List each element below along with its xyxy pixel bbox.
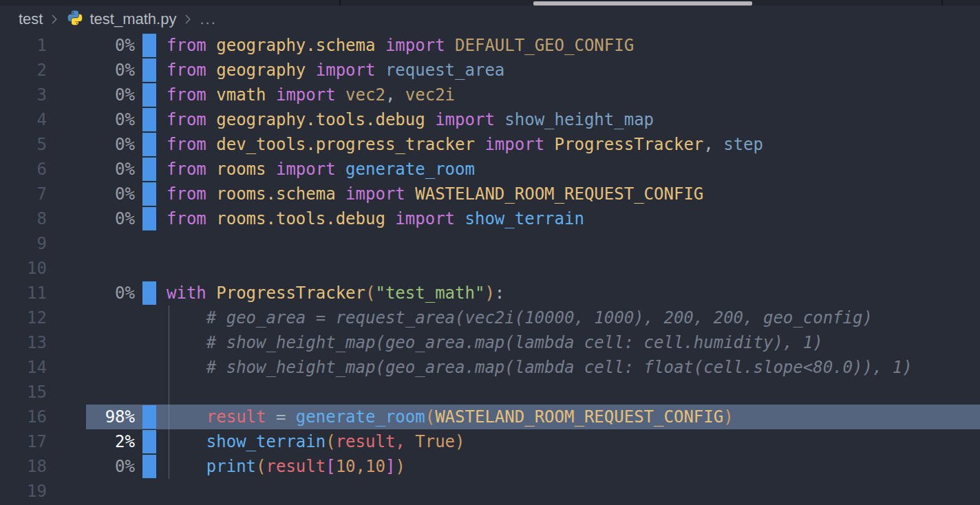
gutter-bar-cell [135,206,156,231]
code-line-7[interactable]: 70%from rooms.schema import WASTELAND_RO… [0,182,980,206]
gutter-bar-cell [135,479,156,504]
line-number[interactable]: 17 [0,429,47,454]
code-line-18[interactable]: 180% print(result[10,10]) [0,454,980,479]
gutter-bar-cell [135,281,156,305]
code-line-2[interactable]: 20%from geography import request_area [0,58,980,83]
code-text: # show_height_map(geo_area.map(lambda ce… [167,330,823,355]
line-number[interactable]: 3 [0,83,47,107]
tab-separator [339,0,341,6]
line-number[interactable]: 14 [0,355,47,380]
gutter-bar-cell [135,454,156,479]
code-text: print(result[10,10]) [167,454,405,479]
profile-percent: 2% [47,429,135,454]
code-text: with ProgressTracker("test_math"): [167,281,504,305]
code-line-16[interactable]: 1698% result = generate_room(WASTELAND_R… [0,405,980,429]
line-number[interactable]: 10 [0,256,47,281]
line-number[interactable]: 2 [0,58,47,83]
gutter-bar-cell [135,380,156,405]
code-line-14[interactable]: 14 # show_height_map(geo_area.map(lambda… [0,355,980,380]
line-number[interactable]: 12 [0,305,47,330]
breadcrumb: test test_math.py ... [0,6,980,33]
coverage-bar-icon [142,207,156,230]
coverage-bar-icon [142,133,156,156]
profile-percent: 0% [47,157,135,182]
line-number[interactable]: 18 [0,454,47,479]
gutter-bar-cell [135,355,156,380]
gutter-bar-cell [135,58,156,83]
breadcrumb-symbol[interactable]: ... [200,10,216,28]
code-line-11[interactable]: 110%with ProgressTracker("test_math"): [0,281,980,305]
code-text: from vmath import vec2, vec2i [167,83,455,107]
code-line-1[interactable]: 10%from geography.schema import DEFAULT_… [0,33,980,58]
gutter-bar-cell [135,405,156,429]
line-number[interactable]: 19 [0,479,47,504]
code-line-4[interactable]: 40%from geography.tools.debug import sho… [0,107,980,132]
profile-percent: 0% [47,454,135,479]
coverage-bar-icon [142,34,156,57]
gutter-bar-cell [135,33,156,58]
code-text: from rooms.tools.debug import show_terra… [167,206,584,231]
gutter-bar-cell [135,83,156,107]
code-line-3[interactable]: 30%from vmath import vec2, vec2i [0,83,980,107]
code-line-15[interactable]: 15 [0,380,980,405]
code-text: from geography import request_area [167,58,504,83]
code-line-5[interactable]: 50%from dev_tools.progress_tracker impor… [0,132,980,157]
coverage-bar-icon [142,430,156,453]
breadcrumb-folder-label: test [19,10,43,28]
code-line-12[interactable]: 12 # geo_area = request_area(vec2i(10000… [0,305,980,330]
code-line-19[interactable]: 19 [0,479,980,504]
code-text: from rooms.schema import WASTELAND_ROOM_… [167,182,703,206]
code-text: from rooms import generate_room [167,157,475,182]
profile-percent: 98% [47,405,135,429]
code-text: # show_height_map(geo_area.map(lambda ce… [167,355,913,380]
coverage-bar-icon [142,58,156,82]
gutter-bar-cell [135,305,156,330]
profile-percent: 0% [47,33,135,58]
code-line-6[interactable]: 60%from rooms import generate_room [0,157,980,182]
coverage-bar-icon [142,83,156,107]
breadcrumb-file[interactable]: test_math.py [66,10,176,28]
line-number[interactable]: 4 [0,107,47,132]
window-top-strip [0,0,980,6]
profile-percent: 0% [47,107,135,132]
line-number[interactable]: 5 [0,132,47,157]
gutter-bar-cell [135,107,156,132]
profile-percent: 0% [47,281,135,305]
python-icon [66,10,84,28]
profile-percent: 0% [47,83,135,107]
line-number[interactable]: 16 [0,405,47,429]
line-number[interactable]: 6 [0,157,47,182]
coverage-bar-icon [142,455,156,478]
code-line-10[interactable]: 10 [0,256,980,281]
line-number[interactable]: 7 [0,182,47,206]
breadcrumb-folder[interactable]: test [19,10,43,28]
line-number[interactable]: 1 [0,33,47,58]
line-number[interactable]: 15 [0,380,47,405]
coverage-bar-icon [142,281,156,305]
gutter-bar-cell [135,157,156,182]
code-text: show_terrain(result, True) [167,429,465,454]
gutter-bar-cell [135,330,156,355]
coverage-bar-icon [142,405,156,429]
gutter-bar-cell [135,429,156,454]
line-number[interactable]: 8 [0,206,47,231]
profile-percent: 0% [47,58,135,83]
profile-percent: 0% [47,132,135,157]
line-number[interactable]: 13 [0,330,47,355]
code-text: from dev_tools.progress_tracker import P… [167,132,763,157]
chevron-right-icon [182,13,193,25]
line-number[interactable]: 9 [0,231,47,256]
line-number[interactable]: 11 [0,281,47,305]
coverage-bar-icon [142,182,156,206]
code-line-8[interactable]: 80%from rooms.tools.debug import show_te… [0,206,980,231]
gutter-bar-cell [135,231,156,256]
code-text: from geography.schema import DEFAULT_GEO… [167,33,634,58]
profile-percent: 0% [47,182,135,206]
gutter-bar-cell [135,182,156,206]
code-text: # geo_area = request_area(vec2i(10000, 1… [167,305,873,330]
code-line-13[interactable]: 13 # show_height_map(geo_area.map(lambda… [0,330,980,355]
coverage-bar-icon [142,108,156,131]
code-line-9[interactable]: 9 [0,231,980,256]
gutter-bar-cell [135,132,156,157]
code-line-17[interactable]: 172% show_terrain(result, True) [0,429,980,454]
